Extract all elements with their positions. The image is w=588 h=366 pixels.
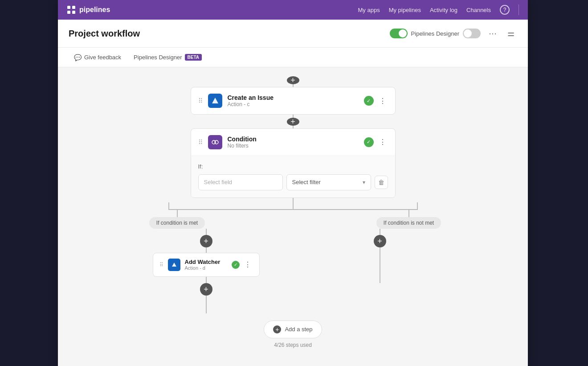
condition-body: If: Select field Select filter ▾ 🗑 xyxy=(191,156,395,197)
fork-line-v xyxy=(293,198,294,209)
main-toggle-group: Pipelines Designer xyxy=(390,29,481,38)
chat-icon: 💬 xyxy=(74,54,82,61)
nav-links: My apps My pipelines Activity log Channe… xyxy=(358,4,519,15)
filter-button[interactable]: ⚌ xyxy=(505,27,517,40)
create-issue-subtitle: Action - c xyxy=(228,101,359,107)
watcher-more-btn[interactable]: ⋮ xyxy=(242,259,253,270)
header-actions: Pipelines Designer ⋯ ⚌ xyxy=(390,27,517,40)
create-issue-content: Create an Issue Action - c xyxy=(228,94,359,107)
condition-row: Select field Select filter ▾ 🗑 xyxy=(198,174,388,190)
add-step-left-bottom[interactable]: + xyxy=(200,283,212,296)
secondary-toggle[interactable] xyxy=(463,29,481,38)
app-logo: pipelines xyxy=(67,5,110,14)
add-watcher-card: ⠿ Add Watcher Action - d ✓ ⋮ xyxy=(153,253,260,277)
more-options-button[interactable]: ⋯ xyxy=(486,27,499,40)
pipelines-designer-tab[interactable]: Pipelines Designer BETA xyxy=(128,50,207,64)
delete-condition-row-btn[interactable]: 🗑 xyxy=(375,176,388,189)
sub-nav: 💬 Give feedback Pipelines Designer BETA xyxy=(58,48,528,67)
nav-my-pipelines[interactable]: My pipelines xyxy=(389,7,421,13)
create-issue-status: ✓ xyxy=(364,96,374,106)
trash-icon: 🗑 xyxy=(378,179,384,186)
add-step-circle-top[interactable]: + xyxy=(287,76,299,84)
watcher-content: Add Watcher Action - d xyxy=(185,259,227,271)
create-issue-more-btn[interactable]: ⋮ xyxy=(377,96,388,106)
condition-actions: ✓ ⋮ xyxy=(364,137,388,147)
help-button[interactable]: ? xyxy=(500,5,510,15)
watcher-actions: ✓ ⋮ xyxy=(232,259,253,270)
nav-activity-log[interactable]: Activity log xyxy=(430,7,457,13)
create-issue-icon xyxy=(208,94,222,108)
watcher-icon xyxy=(168,259,180,271)
drag-handle-2[interactable]: ⠿ xyxy=(198,139,203,146)
feedback-label: Give feedback xyxy=(84,54,121,61)
create-issue-actions: ✓ ⋮ xyxy=(364,96,388,106)
page-title: Project workflow xyxy=(69,29,140,39)
left-branch: + ⠿ Add Watcher Action - d xyxy=(119,229,293,313)
right-branch: + xyxy=(293,229,467,283)
add-step-left-branch[interactable]: + xyxy=(200,235,212,247)
fork-right-drop xyxy=(417,202,418,209)
add-step-plus-icon: + xyxy=(273,325,281,333)
left-branch-col-label: If condition is met xyxy=(119,210,235,229)
pipelines-designer-label: Pipelines Designer xyxy=(134,54,182,61)
drag-handle-3[interactable]: ⠿ xyxy=(159,262,163,268)
watcher-subtitle: Action - d xyxy=(185,265,227,271)
chevron-down-icon: ▾ xyxy=(363,179,365,185)
watcher-status: ✓ xyxy=(232,261,240,269)
fork-left-drop xyxy=(168,202,169,209)
condition-card-wrapper: ⠿ Condition No filters ✓ ⋮ xyxy=(191,128,396,198)
logo-icon xyxy=(67,5,76,14)
condition-card: ⠿ Condition No filters ✓ ⋮ xyxy=(191,128,396,198)
branch-met-label: If condition is met xyxy=(149,217,205,229)
nav-channels[interactable]: Channels xyxy=(466,7,491,13)
condition-header: ⠿ Condition No filters ✓ ⋮ xyxy=(191,129,395,156)
svg-rect-1 xyxy=(72,6,75,9)
main-toggle[interactable] xyxy=(390,29,408,38)
nav-my-apps[interactable]: My apps xyxy=(358,7,380,13)
app-container: pipelines My apps My pipelines Activity … xyxy=(58,0,528,366)
feedback-tab[interactable]: 💬 Give feedback xyxy=(69,50,127,65)
branch-labels: If condition is met If condition is not … xyxy=(119,210,467,229)
left-end-line xyxy=(206,296,207,313)
left-card-line xyxy=(206,247,207,253)
field-placeholder: Select field xyxy=(204,179,233,185)
svg-point-5 xyxy=(215,140,218,144)
branch-columns: + ⠿ Add Watcher Action - d xyxy=(119,229,467,313)
svg-rect-2 xyxy=(67,11,70,14)
condition-content: Condition No filters xyxy=(228,136,359,149)
right-add-line xyxy=(380,229,380,235)
branch-not-met-label: If condition is not met xyxy=(376,217,441,229)
right-label-line xyxy=(408,210,409,217)
condition-subtitle: No filters xyxy=(228,143,359,149)
add-step-circle-middle[interactable]: + xyxy=(287,118,299,126)
add-step-label: Add a step xyxy=(285,326,312,333)
create-issue-title: Create an Issue xyxy=(228,94,359,101)
condition-title: Condition xyxy=(228,136,359,143)
drag-handle-1[interactable]: ⠿ xyxy=(198,97,203,104)
condition-status: ✓ xyxy=(364,137,374,147)
create-issue-card: ⠿ Create an Issue Action - c ✓ ⋮ xyxy=(191,87,396,115)
filter-select-text: Select filter xyxy=(292,179,321,185)
spacer xyxy=(235,210,351,229)
top-nav: pipelines My apps My pipelines Activity … xyxy=(58,0,528,20)
workflow-canvas: + ⠿ Create an Issue Action - c ✓ ⋮ + xyxy=(58,67,528,366)
left-add-line xyxy=(206,229,207,235)
add-step-button[interactable]: + Add a step xyxy=(264,321,322,338)
fork-line-h xyxy=(168,209,418,210)
right-end-line xyxy=(380,247,380,283)
condition-more-btn[interactable]: ⋮ xyxy=(377,137,388,147)
filter-select[interactable]: Select filter ▾ xyxy=(286,174,371,190)
issue-icon-svg xyxy=(211,97,219,105)
nav-divider xyxy=(519,4,519,15)
field-select[interactable]: Select field xyxy=(198,174,283,190)
steps-used: 4/26 steps used xyxy=(274,342,312,348)
designer-label-1: Pipelines Designer xyxy=(411,30,459,37)
right-branch-col-label: If condition is not met xyxy=(351,210,467,229)
condition-icon xyxy=(208,135,222,149)
svg-rect-3 xyxy=(72,11,75,14)
branch-area: If condition is met If condition is not … xyxy=(119,198,467,313)
add-step-right-branch[interactable]: + xyxy=(374,235,386,247)
watcher-icon-svg xyxy=(171,262,177,268)
page-header: Project workflow Pipelines Designer ⋯ ⚌ xyxy=(58,20,528,48)
beta-badge: BETA xyxy=(185,54,202,61)
